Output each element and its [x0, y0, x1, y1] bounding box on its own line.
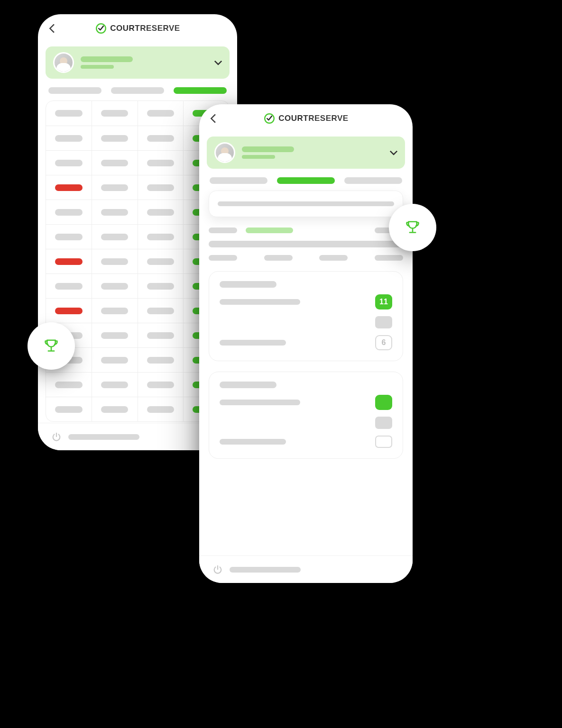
table-cell[interactable] [46, 299, 92, 323]
table-cell[interactable] [46, 373, 92, 397]
table-cell[interactable] [138, 175, 184, 200]
back-icon[interactable] [49, 24, 58, 33]
small-badge [375, 417, 392, 429]
filter-chip[interactable] [209, 228, 237, 233]
tab-3[interactable] [174, 87, 227, 94]
status-pill [101, 357, 128, 364]
status-pill [147, 308, 174, 314]
stat-chip [319, 255, 348, 261]
table-cell[interactable] [138, 200, 184, 224]
status-pill [55, 258, 82, 265]
table-cell[interactable] [92, 348, 138, 372]
avatar [53, 52, 74, 73]
chevron-down-icon[interactable] [390, 147, 398, 155]
table-cell[interactable] [92, 126, 138, 150]
status-pill [101, 283, 128, 290]
brand-name: COURTRESERVE [278, 114, 348, 123]
status-pill [147, 332, 174, 339]
brand-name: COURTRESERVE [110, 24, 180, 33]
table-cell[interactable] [138, 249, 184, 273]
score-badge [375, 395, 392, 410]
tab-1[interactable] [48, 87, 101, 94]
section-heading-placeholder [209, 241, 403, 247]
table-cell[interactable] [138, 299, 184, 323]
table-cell[interactable] [138, 373, 184, 397]
status-pill [147, 184, 174, 191]
status-pill [147, 160, 174, 166]
table-cell[interactable] [46, 225, 92, 249]
standing-card[interactable] [209, 372, 403, 459]
table-cell[interactable] [92, 200, 138, 224]
table-cell[interactable] [46, 101, 92, 126]
status-pill [101, 184, 128, 191]
table-cell[interactable] [92, 101, 138, 126]
power-icon[interactable] [212, 564, 223, 575]
back-icon[interactable] [210, 114, 220, 123]
status-pill [101, 234, 128, 240]
table-cell[interactable] [46, 249, 92, 273]
status-pill [55, 283, 82, 290]
table-cell[interactable] [46, 200, 92, 224]
table-cell[interactable] [92, 274, 138, 298]
score-badge: 11 [375, 294, 392, 309]
table-cell[interactable] [92, 175, 138, 200]
table-cell[interactable] [92, 373, 138, 397]
filter-chip-active[interactable] [246, 228, 293, 233]
chevron-down-icon[interactable] [214, 57, 222, 65]
table-cell[interactable] [92, 225, 138, 249]
table-cell[interactable] [46, 126, 92, 150]
table-cell[interactable] [92, 299, 138, 323]
table-cell[interactable] [92, 323, 138, 347]
table-cell[interactable] [138, 225, 184, 249]
status-pill [147, 258, 174, 265]
power-icon[interactable] [51, 432, 62, 442]
tab-1[interactable] [210, 177, 267, 184]
standing-card[interactable]: 11 6 [209, 271, 403, 361]
status-pill [55, 135, 82, 142]
table-cell[interactable] [46, 151, 92, 175]
tab-2[interactable] [111, 87, 164, 94]
tab-2[interactable] [277, 177, 335, 184]
table-cell[interactable] [92, 151, 138, 175]
status-pill [147, 406, 174, 413]
status-pill [55, 160, 82, 166]
status-pill [55, 382, 82, 388]
table-cell[interactable] [138, 348, 184, 372]
profile-name-placeholder [81, 56, 133, 69]
card-title-placeholder [220, 382, 276, 388]
table-cell[interactable] [46, 274, 92, 298]
table-cell[interactable] [138, 274, 184, 298]
table-cell[interactable] [46, 397, 92, 421]
tab-3[interactable] [344, 177, 402, 184]
search-card[interactable] [209, 191, 403, 217]
card-line-placeholder [220, 439, 286, 445]
trophy-fab[interactable] [389, 204, 436, 251]
card-line-placeholder [220, 400, 300, 405]
table-cell[interactable] [138, 397, 184, 421]
brand-logo: COURTRESERVE [95, 22, 180, 35]
stat-chip [264, 255, 293, 261]
table-cell[interactable] [138, 323, 184, 347]
header: COURTRESERVE [38, 14, 237, 43]
status-pill [101, 382, 128, 388]
status-pill [101, 135, 128, 142]
table-cell[interactable] [138, 101, 184, 126]
footer-text-placeholder [230, 567, 301, 573]
status-pill [55, 234, 82, 240]
check-circle-icon [263, 112, 276, 125]
status-pill [101, 160, 128, 166]
table-cell[interactable] [92, 397, 138, 421]
table-cell[interactable] [46, 175, 92, 200]
stat-chip [209, 255, 237, 261]
profile-selector[interactable] [46, 46, 230, 79]
table-cell[interactable] [138, 151, 184, 175]
table-cell[interactable] [92, 249, 138, 273]
trophy-icon [403, 218, 423, 237]
trophy-fab[interactable] [28, 322, 75, 370]
status-pill [147, 110, 174, 117]
table-cell[interactable] [138, 126, 184, 150]
status-pill [101, 209, 128, 216]
profile-selector[interactable] [207, 136, 405, 169]
status-pill [147, 234, 174, 240]
status-pill [55, 110, 82, 117]
